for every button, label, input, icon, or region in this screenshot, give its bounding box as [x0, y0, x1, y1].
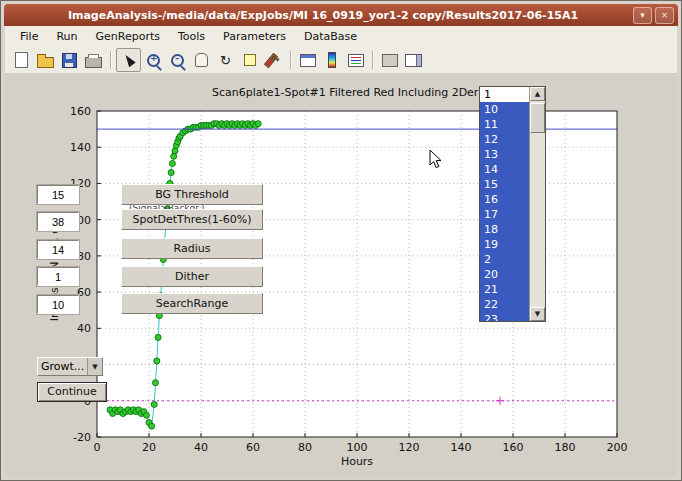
plot-tools-hide-icon	[382, 54, 398, 67]
list-item[interactable]: 2	[480, 252, 529, 267]
list-item[interactable]: 18	[480, 222, 529, 237]
up-arrow-icon: ▲	[535, 90, 540, 98]
scroll-thumb[interactable]	[530, 103, 545, 133]
list-item[interactable]: 10	[480, 102, 529, 117]
search-range-button[interactable]: SearchRange	[121, 293, 263, 314]
pointer-button[interactable]	[116, 48, 141, 72]
toolbar-separator	[290, 51, 291, 69]
svg-text:60: 60	[77, 286, 91, 299]
print-button[interactable]	[82, 49, 105, 71]
mouse-cursor-icon	[429, 149, 443, 169]
link-plot-button[interactable]	[296, 49, 319, 71]
figure-toolbar: ↻ ▾	[5, 47, 677, 74]
menu-file[interactable]: File	[11, 28, 47, 45]
search-range-input[interactable]	[37, 295, 79, 314]
show-plot-tools-button[interactable]	[402, 49, 425, 71]
bg-threshold-button[interactable]: BG Threshold	[121, 184, 263, 205]
brush-button[interactable]: ▾	[262, 49, 285, 71]
continue-button[interactable]: Continue	[37, 382, 107, 402]
link-plot-icon	[300, 54, 316, 67]
growth-plot: 020406080100120140160180200-200204060801…	[5, 73, 679, 478]
radius-input[interactable]	[37, 240, 79, 259]
bg-threshold-input[interactable]	[37, 185, 79, 204]
svg-text:160: 160	[503, 441, 524, 454]
svg-text:40: 40	[194, 441, 208, 454]
new-figure-button[interactable]	[10, 49, 33, 71]
dither-input[interactable]	[37, 267, 79, 286]
minimize-button[interactable]: ▾	[633, 7, 652, 24]
spot-det-thres-button[interactable]: SpotDetThres(1-60%)	[121, 209, 263, 230]
figure-canvas: 020406080100120140160180200-200204060801…	[5, 73, 677, 476]
svg-text:-20: -20	[73, 431, 91, 444]
svg-text:200: 200	[607, 441, 628, 454]
new-document-icon	[15, 52, 28, 68]
svg-text:80: 80	[77, 250, 91, 263]
toolbar-separator	[372, 51, 373, 69]
scroll-up-button[interactable]: ▲	[530, 87, 545, 101]
pan-button[interactable]	[190, 49, 213, 71]
menu-bar: File Run GenReports Tools Parameters Dat…	[5, 26, 677, 48]
growth-mode-popup[interactable]: Growt... ▼	[37, 357, 103, 376]
list-item[interactable]: 20	[480, 267, 529, 282]
svg-text:20: 20	[142, 441, 156, 454]
toolbar-separator	[110, 51, 111, 69]
svg-text:100: 100	[347, 441, 368, 454]
zoom-in-icon	[147, 54, 160, 67]
list-item[interactable]: 16	[480, 192, 529, 207]
svg-text:80: 80	[298, 441, 312, 454]
rotate-icon: ↻	[220, 54, 231, 67]
list-item[interactable]: 22	[480, 297, 529, 312]
list-item[interactable]: 23	[480, 312, 529, 321]
close-icon: ×	[661, 10, 669, 20]
list-item[interactable]: 13	[480, 147, 529, 162]
rotate-3d-button[interactable]: ↻	[214, 49, 237, 71]
title-bar[interactable]: ImageAnalysis-/media/data/ExpJobs/MI 16_…	[4, 4, 678, 26]
window-title: ImageAnalysis-/media/data/ExpJobs/MI 16_…	[60, 9, 622, 22]
svg-text:0: 0	[94, 441, 101, 454]
zoom-out-button[interactable]	[166, 49, 189, 71]
open-file-button[interactable]	[34, 49, 57, 71]
pointer-arrow-icon	[122, 53, 135, 67]
scroll-down-button[interactable]: ▼	[530, 307, 545, 321]
down-arrow-icon: ▼	[535, 310, 540, 318]
list-item[interactable]: 19	[480, 237, 529, 252]
hide-plot-tools-button[interactable]	[378, 49, 401, 71]
svg-text:160: 160	[70, 105, 91, 118]
save-floppy-icon	[62, 53, 77, 68]
menu-parameters[interactable]: Parameters	[214, 28, 295, 45]
list-item[interactable]: 15	[480, 177, 529, 192]
list-scrollbar[interactable]: ▲ ▼	[529, 87, 545, 321]
svg-text:Hours: Hours	[341, 455, 373, 468]
menu-run[interactable]: Run	[47, 28, 86, 45]
svg-text:60: 60	[246, 441, 260, 454]
open-folder-icon	[37, 57, 54, 68]
svg-text:40: 40	[77, 322, 91, 335]
menu-genreports[interactable]: GenReports	[87, 28, 169, 45]
save-figure-button[interactable]	[58, 49, 81, 71]
menu-database[interactable]: DataBase	[295, 28, 366, 45]
growth-mode-popup-value: Growt...	[38, 360, 87, 373]
list-item[interactable]: 1	[480, 87, 529, 102]
svg-text:140: 140	[70, 141, 91, 154]
colorbar-icon	[328, 52, 336, 68]
insert-colorbar-button[interactable]	[320, 49, 343, 71]
svg-text:140: 140	[451, 441, 472, 454]
list-item[interactable]: 14	[480, 162, 529, 177]
close-button[interactable]: ×	[655, 7, 674, 24]
dither-button[interactable]: Dither	[121, 266, 263, 287]
pan-hand-icon	[195, 53, 208, 67]
popup-arrow-icon: ▼	[87, 358, 102, 375]
printer-icon	[85, 57, 102, 68]
list-item[interactable]: 17	[480, 207, 529, 222]
radius-button[interactable]: Radius	[121, 238, 263, 259]
spot-number-list-items: 1 10 11 12 13 14 15 16 17 18 19 2 20 21 …	[480, 87, 529, 321]
menu-tools[interactable]: Tools	[169, 28, 214, 45]
insert-legend-button[interactable]	[344, 49, 367, 71]
list-item[interactable]: 11	[480, 117, 529, 132]
zoom-in-button[interactable]	[142, 49, 165, 71]
spot-det-thres-input[interactable]	[37, 212, 79, 231]
list-item[interactable]: 12	[480, 132, 529, 147]
list-item[interactable]: 21	[480, 282, 529, 297]
data-cursor-button[interactable]	[238, 49, 261, 71]
spot-number-list: 1 10 11 12 13 14 15 16 17 18 19 2 20 21 …	[479, 86, 546, 322]
